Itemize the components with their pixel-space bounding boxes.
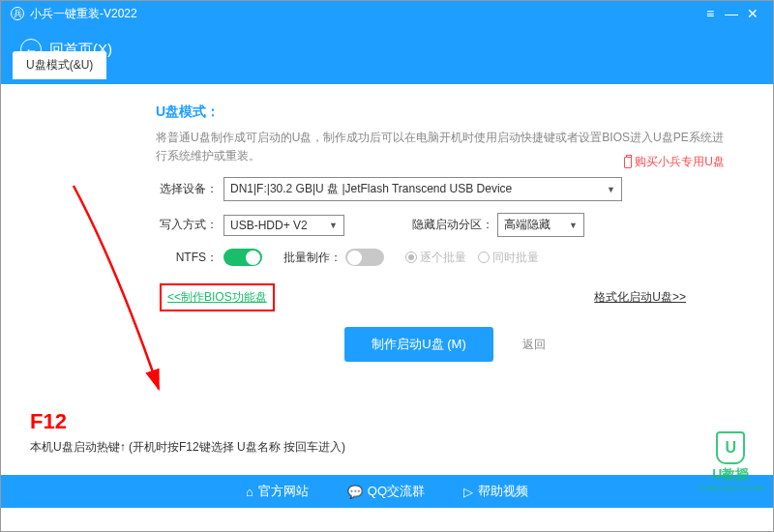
footer: ⌂官方网站 💬QQ交流群 ▷帮助视频 (1, 475, 773, 508)
watermark-brand: U教授 (698, 466, 763, 484)
make-bios-disk-link[interactable]: <<制作BIOS功能盘 (160, 283, 275, 311)
ntfs-toggle[interactable] (223, 249, 262, 266)
return-link[interactable]: 返回 (522, 337, 546, 353)
tab-usb-mode[interactable]: U盘模式(&U) (13, 51, 106, 79)
radio-each[interactable] (405, 251, 417, 263)
batch-label: 批量制作： (283, 250, 342, 266)
hide-partition-select[interactable]: 高端隐藏▼ (497, 213, 584, 237)
menu-icon[interactable]: ≡ (700, 6, 721, 21)
write-mode-label: 写入方式： (156, 217, 218, 233)
radio-same[interactable] (478, 251, 490, 263)
hotkey-hint: 本机U盘启动热键↑ (开机时按F12键选择 U盘名称 按回车进入) (30, 439, 345, 456)
titlebar: 兵 小兵一键重装-V2022 ≡ — ✕ (1, 1, 773, 26)
device-select[interactable]: DN1|F:|30.2 GB|U 盘 |JetFlash Transcend U… (223, 177, 622, 201)
section-title: U盘模式： (156, 103, 734, 121)
footer-qq-group[interactable]: 💬QQ交流群 (347, 483, 425, 500)
device-label: 选择设备： (156, 181, 218, 197)
subheader: ← 回首页(X) (1, 26, 773, 73)
minimize-button[interactable]: — (721, 6, 742, 21)
home-icon: ⌂ (246, 485, 253, 499)
hide-partition-label: 隐藏启动分区： (412, 217, 493, 233)
close-button[interactable]: ✕ (742, 6, 763, 21)
f12-key-label: F12 (30, 409, 67, 434)
format-usb-link[interactable]: 格式化启动U盘>> (594, 289, 686, 306)
watermark-shield-icon: U (716, 431, 745, 464)
app-logo-icon: 兵 (11, 7, 24, 20)
ntfs-label: NTFS： (156, 250, 218, 266)
batch-toggle[interactable] (345, 249, 384, 266)
watermark-url: UJIAOSHOU.COM (698, 484, 763, 492)
footer-help-video[interactable]: ▷帮助视频 (463, 483, 528, 500)
chat-icon: 💬 (347, 485, 363, 499)
chevron-down-icon: ▼ (569, 221, 578, 230)
content-area: U盘模式： 将普通U盘制作成可启动的U盘，制作成功后可以在电脑开机时使用启动快捷… (1, 84, 773, 475)
chevron-down-icon: ▼ (607, 185, 615, 194)
radio-same-label: 同时批量 (492, 250, 539, 266)
watermark: U U教授 UJIAOSHOU.COM (698, 431, 763, 492)
usb-icon (624, 157, 632, 168)
footer-official-site[interactable]: ⌂官方网站 (246, 483, 309, 500)
app-title: 小兵一键重装-V2022 (30, 6, 137, 22)
write-mode-select[interactable]: USB-HDD+ V2▼ (223, 215, 344, 236)
buy-usb-link[interactable]: 购买小兵专用U盘 (624, 154, 725, 170)
video-icon: ▷ (463, 485, 473, 499)
make-boot-usb-button[interactable]: 制作启动U盘 (M) (344, 327, 493, 362)
chevron-down-icon: ▼ (329, 221, 338, 230)
radio-each-label: 逐个批量 (420, 250, 466, 266)
